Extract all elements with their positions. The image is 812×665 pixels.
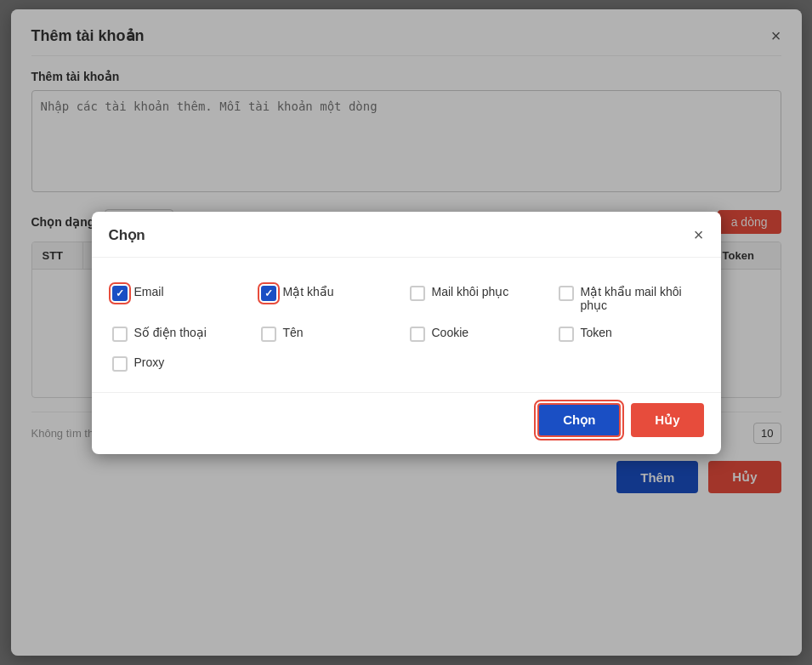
ten-checkbox-wrapper[interactable] (261, 327, 276, 342)
checkbox-grid: Email Mật khẩu Mail khôi phục (92, 258, 721, 392)
inner-modal-header: Chọn × (92, 212, 721, 258)
token-label[interactable]: Token (581, 326, 612, 339)
inner-modal-footer: Chọn Hủy (92, 392, 721, 454)
inner-modal: Chọn × Email Mật khẩu (92, 212, 721, 454)
matkhaumail-checkbox-wrapper[interactable] (559, 286, 574, 301)
email-checkbox-wrapper[interactable] (112, 286, 128, 301)
checkbox-item-ten: Tên (258, 319, 406, 349)
huy-inner-button[interactable]: Hủy (631, 403, 703, 437)
inner-modal-close-button[interactable]: × (694, 225, 704, 245)
checkbox-item-proxy: Proxy (109, 349, 258, 378)
checkbox-item-mailkhoiphuc: Mail khôi phục (406, 278, 555, 319)
matkhaumail-label[interactable]: Mật khẩu mail khôi phục (581, 285, 701, 312)
sodienthoai-checkbox-wrapper[interactable] (112, 327, 128, 342)
mailkhoiphuc-label[interactable]: Mail khôi phục (432, 285, 509, 298)
checkbox-item-email: Email (109, 278, 258, 319)
cookie-checkbox-wrapper[interactable] (410, 327, 425, 342)
chon-button[interactable]: Chọn (537, 403, 621, 437)
ten-label[interactable]: Tên (283, 326, 304, 339)
checkbox-item-token: Token (555, 319, 704, 349)
checkbox-item-matkhau: Mật khẩu (258, 278, 406, 319)
email-label[interactable]: Email (134, 285, 164, 298)
matkhau-checkbox-wrapper[interactable] (261, 286, 276, 301)
checkbox-item-sodienthoai: Số điện thoại (109, 319, 258, 349)
inner-modal-title: Chọn (109, 226, 145, 244)
checkbox-item-matkhaumail: Mật khẩu mail khôi phục (555, 278, 704, 319)
matkhau-label[interactable]: Mật khẩu (283, 285, 334, 298)
mailkhoiphuc-checkbox-wrapper[interactable] (410, 286, 425, 301)
proxy-label[interactable]: Proxy (134, 355, 165, 369)
sodienthoai-label[interactable]: Số điện thoại (134, 326, 207, 339)
cookie-label[interactable]: Cookie (432, 326, 469, 339)
main-modal: Thêm tài khoản × Thêm tài khoản Chọn dạn… (11, 9, 802, 656)
token-checkbox-wrapper[interactable] (559, 327, 574, 342)
modal-overlay: Chọn × Email Mật khẩu (11, 9, 802, 656)
proxy-checkbox-wrapper[interactable] (112, 356, 128, 372)
checkbox-item-cookie: Cookie (406, 319, 555, 349)
